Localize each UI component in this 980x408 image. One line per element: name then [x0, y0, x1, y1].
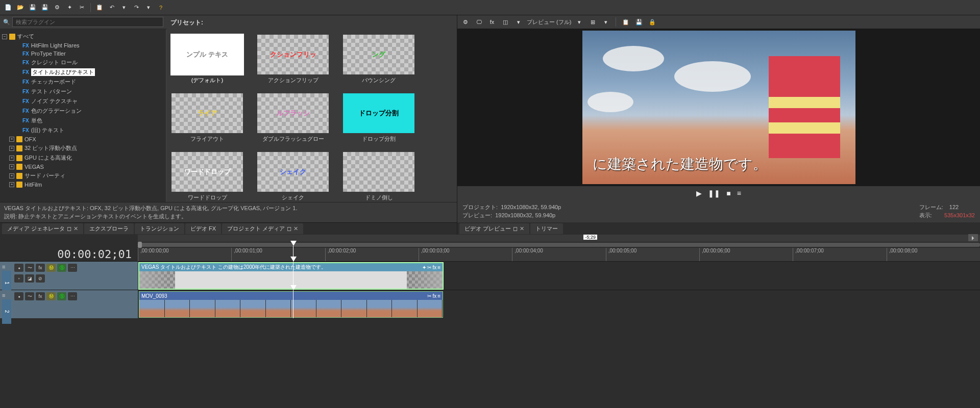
menu-button[interactable]: ≡	[737, 189, 741, 197]
stop-button[interactable]: ■	[726, 189, 730, 197]
timeline-scrubber[interactable]	[138, 243, 980, 247]
pause-button[interactable]: ❚❚	[708, 189, 720, 197]
tree-fx-item[interactable]: FX (旧) テキスト	[0, 125, 166, 135]
preset-item[interactable]: シェイク シェイク	[257, 152, 329, 201]
fx-icon[interactable]: fx	[487, 17, 497, 27]
undock-icon[interactable]: ◻	[67, 225, 71, 232]
track-2-body[interactable]: MOV_0093 ✂ fx ≡	[138, 290, 980, 318]
track-1-header[interactable]: ≡1 ⬥ 〜 fx Ⓜ Ⓢ ⋯ ▫ ◪ ⊘	[0, 262, 138, 290]
preset-item[interactable]: ライア フライアウト	[172, 93, 243, 143]
panel-tab[interactable]: ビデオ FX	[185, 223, 221, 234]
redo-icon[interactable]: ↷	[131, 3, 141, 13]
timeline-marker-bar[interactable]: -5;29 ⏵	[138, 235, 980, 242]
redo-dropdown-icon[interactable]: ▾	[143, 3, 154, 13]
bypass-fx-icon[interactable]: ⬥	[14, 292, 23, 300]
lock-aspect-icon[interactable]: 🔒	[647, 17, 657, 27]
tree-folder[interactable]: + HitFilm	[0, 181, 166, 189]
close-tab-icon[interactable]: ✕	[520, 225, 524, 232]
preset-item[interactable]: ンプル テキス (デフォルト)	[172, 35, 243, 84]
video-clip[interactable]: MOV_0093 ✂ fx ≡	[139, 291, 443, 318]
tree-fx-item[interactable]: FX ProType Titler	[0, 49, 166, 58]
mute-button[interactable]: Ⓜ	[46, 292, 56, 300]
tree-folder[interactable]: + サード パーティ	[0, 171, 166, 181]
title-clip[interactable]: VEGAS タイトルおよびテキスト この建物は2000年代に建築された建造物です…	[139, 263, 443, 289]
track-motion-icon[interactable]: ▫	[14, 274, 23, 283]
project-settings-icon[interactable]: ⚙	[460, 17, 471, 27]
tree-fx-item[interactable]: FX ノイズ テクスチャ	[0, 96, 166, 106]
save-icon[interactable]: 💾	[28, 3, 38, 13]
undock-icon[interactable]: ◻	[513, 225, 518, 232]
dropdown-icon[interactable]: ▾	[601, 17, 611, 27]
tree-fx-item[interactable]: FX クレジット ロール	[0, 58, 166, 67]
help-icon[interactable]: ?	[156, 3, 166, 13]
pan-crop-icon[interactable]: ✂	[427, 265, 431, 270]
scrub-thumb[interactable]	[138, 242, 142, 248]
tree-fx-item[interactable]: FX タイトルおよびテキスト	[0, 67, 166, 77]
event-menu-icon[interactable]: ≡	[437, 265, 440, 270]
track-fx-icon[interactable]: fx	[36, 264, 45, 272]
opacity-icon[interactable]: ⊘	[36, 274, 45, 283]
track-menu-icon[interactable]: ≡	[2, 292, 11, 298]
event-fx-icon[interactable]: fx	[432, 293, 436, 299]
search-icon[interactable]: 🔍	[3, 19, 10, 26]
undock-icon[interactable]: ◻	[287, 225, 291, 232]
panel-tab[interactable]: メディア ジェネレータ ◻ ✕	[2, 223, 83, 234]
preset-item[interactable]: ドロップ分割ドロップ分割 ドロップ分割	[343, 93, 414, 143]
tree-folder[interactable]: + OFX	[0, 135, 166, 143]
panel-tab[interactable]: ビデオ プレビュー ◻ ✕	[459, 223, 529, 234]
play-button[interactable]: ▶	[696, 189, 702, 197]
undo-dropdown-icon[interactable]: ▾	[119, 3, 129, 13]
open-icon[interactable]: 📂	[15, 3, 26, 13]
dropdown-icon[interactable]: ▾	[574, 17, 584, 27]
tree-fx-item[interactable]: FX HitFilm Light Flares	[0, 41, 166, 49]
settings-icon[interactable]: ⚙	[52, 3, 62, 13]
more-icon[interactable]: ⋯	[68, 264, 77, 272]
automation-icon[interactable]: 〜	[25, 264, 34, 272]
panel-tab[interactable]: トランジション	[135, 223, 184, 234]
preset-item[interactable]: ドミノ倒し	[343, 152, 414, 201]
track-1-body[interactable]: VEGAS タイトルおよびテキスト この建物は2000年代に建築された建造物です…	[138, 262, 980, 290]
grid-icon[interactable]: ⊞	[587, 17, 598, 27]
tree-fx-item[interactable]: FX テスト パターン	[0, 87, 166, 96]
cut-icon[interactable]: ✂	[77, 3, 87, 13]
tree-root[interactable]: − すべて	[0, 32, 166, 41]
generated-media-icon[interactable]: ✦	[422, 265, 426, 270]
copy-frame-icon[interactable]: 📋	[621, 17, 631, 27]
render-icon[interactable]: ✦	[64, 3, 75, 13]
new-icon[interactable]: 📄	[3, 3, 13, 13]
tree-fx-item[interactable]: FX チェッカーボード	[0, 77, 166, 87]
copy-icon[interactable]: 📋	[94, 3, 105, 13]
timeline-end-marker-icon[interactable]: ⏵	[968, 234, 978, 241]
event-fx-icon[interactable]: fx	[432, 265, 436, 270]
undo-icon[interactable]: ↶	[107, 3, 117, 13]
dropdown-icon[interactable]: ▾	[513, 17, 524, 27]
bypass-fx-icon[interactable]: ⬥	[14, 264, 23, 272]
solo-button[interactable]: Ⓢ	[57, 264, 66, 272]
save-as-icon[interactable]: 💾	[40, 3, 50, 13]
tree-folder[interactable]: + 32 ビット浮動小数点	[0, 143, 166, 153]
search-input[interactable]	[12, 17, 163, 27]
close-tab-icon[interactable]: ✕	[74, 225, 78, 232]
mute-button[interactable]: Ⓜ	[46, 264, 56, 272]
preview-quality-label[interactable]: プレビュー (フル)	[527, 18, 571, 26]
panel-tab[interactable]: トリマー	[530, 223, 563, 234]
panel-tab[interactable]: エクスプローラ	[84, 223, 134, 234]
split-icon[interactable]: ◫	[500, 17, 510, 27]
close-tab-icon[interactable]: ✕	[293, 225, 298, 232]
compositing-icon[interactable]: ◪	[25, 274, 34, 283]
external-monitor-icon[interactable]: 🖵	[474, 17, 484, 27]
preset-item[interactable]: ワードドロップ ワードドロップ	[172, 152, 243, 201]
tree-fx-item[interactable]: FX 単色	[0, 116, 166, 125]
track-2-header[interactable]: ≡2 ⬥ 〜 fx Ⓜ Ⓢ ⋯	[0, 290, 138, 318]
preset-item[interactable]: クションフリッ アクションフリップ	[257, 35, 329, 84]
tree-folder[interactable]: + GPU による高速化	[0, 153, 166, 163]
event-menu-icon[interactable]: ≡	[437, 293, 440, 299]
save-frame-icon[interactable]: 💾	[634, 17, 644, 27]
track-menu-icon[interactable]: ≡	[2, 264, 11, 270]
more-icon[interactable]: ⋯	[68, 292, 77, 300]
preset-item[interactable]: ング バウンシング	[343, 35, 414, 84]
timeline-ruler[interactable]: ,00:00:00;00,00:00:01;00,00:00:02;00,00:…	[138, 248, 980, 261]
pan-crop-icon[interactable]: ✂	[427, 293, 431, 299]
track-fx-icon[interactable]: fx	[36, 292, 45, 300]
preset-item[interactable]: ルフラッシ ダブルフラッシュグロー	[257, 93, 329, 143]
